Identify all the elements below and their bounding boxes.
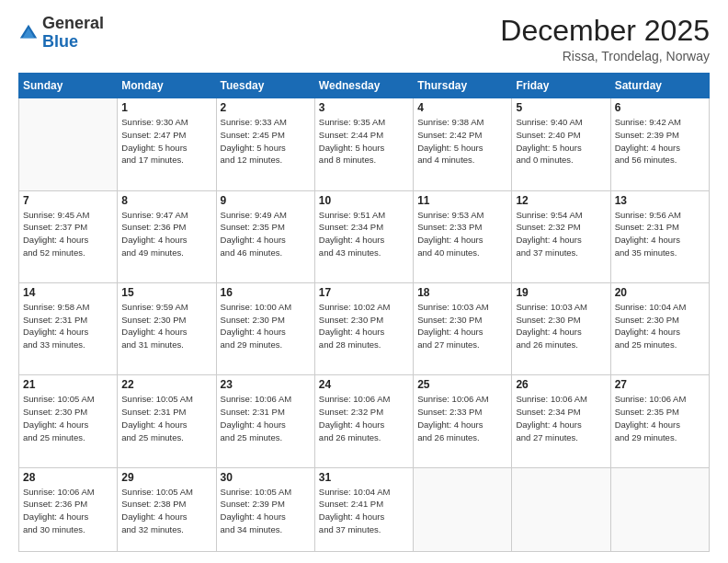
day-number: 2 xyxy=(221,101,311,114)
day-number: 4 xyxy=(417,101,507,114)
day-info: Sunrise: 10:04 AM Sunset: 2:30 PM Daylig… xyxy=(615,301,705,351)
day-info: Sunrise: 10:03 AM Sunset: 2:30 PM Daylig… xyxy=(417,301,507,351)
day-info: Sunrise: 10:05 AM Sunset: 2:38 PM Daylig… xyxy=(121,486,211,536)
day-info: Sunrise: 10:06 AM Sunset: 2:35 PM Daylig… xyxy=(615,393,705,443)
table-row: 18Sunrise: 10:03 AM Sunset: 2:30 PM Dayl… xyxy=(414,282,512,374)
day-number: 30 xyxy=(221,471,311,484)
day-number: 18 xyxy=(417,286,507,299)
day-number: 12 xyxy=(516,194,606,207)
day-info: Sunrise: 10:05 AM Sunset: 2:31 PM Daylig… xyxy=(121,393,211,443)
header-sunday: Sunday xyxy=(19,74,118,98)
day-info: Sunrise: 10:06 AM Sunset: 2:32 PM Daylig… xyxy=(319,393,409,443)
day-number: 16 xyxy=(221,286,311,299)
table-row: 16Sunrise: 10:00 AM Sunset: 2:30 PM Dayl… xyxy=(216,282,314,374)
table-row: 5Sunrise: 9:40 AM Sunset: 2:40 PM Daylig… xyxy=(512,98,610,190)
calendar-table: Sunday Monday Tuesday Wednesday Thursday… xyxy=(18,73,710,552)
day-number: 6 xyxy=(615,101,705,114)
header-saturday: Saturday xyxy=(610,74,709,98)
header-tuesday: Tuesday xyxy=(216,74,314,98)
day-info: Sunrise: 10:06 AM Sunset: 2:34 PM Daylig… xyxy=(516,393,606,443)
title-block: December 2025 Rissa, Trondelag, Norway xyxy=(500,15,710,63)
table-row: 4Sunrise: 9:38 AM Sunset: 2:42 PM Daylig… xyxy=(414,98,512,190)
table-row xyxy=(610,467,709,551)
day-info: Sunrise: 9:42 AM Sunset: 2:39 PM Dayligh… xyxy=(615,116,705,167)
day-number: 7 xyxy=(23,194,113,207)
table-row: 24Sunrise: 10:06 AM Sunset: 2:32 PM Dayl… xyxy=(314,375,413,467)
table-row: 11Sunrise: 9:53 AM Sunset: 2:33 PM Dayli… xyxy=(414,190,512,282)
day-number: 27 xyxy=(615,378,705,391)
day-info: Sunrise: 9:56 AM Sunset: 2:31 PM Dayligh… xyxy=(615,209,705,259)
table-row xyxy=(512,467,610,551)
day-info: Sunrise: 9:45 AM Sunset: 2:37 PM Dayligh… xyxy=(23,209,113,259)
table-row: 22Sunrise: 10:05 AM Sunset: 2:31 PM Dayl… xyxy=(118,375,216,467)
day-number: 9 xyxy=(221,194,311,207)
day-info: Sunrise: 10:04 AM Sunset: 2:41 PM Daylig… xyxy=(319,486,409,536)
table-row: 17Sunrise: 10:02 AM Sunset: 2:30 PM Dayl… xyxy=(314,282,413,374)
day-number: 13 xyxy=(615,194,705,207)
table-row: 26Sunrise: 10:06 AM Sunset: 2:34 PM Dayl… xyxy=(512,375,610,467)
table-row: 7Sunrise: 9:45 AM Sunset: 2:37 PM Daylig… xyxy=(19,190,118,282)
day-info: Sunrise: 10:02 AM Sunset: 2:30 PM Daylig… xyxy=(319,301,409,351)
table-row: 30Sunrise: 10:05 AM Sunset: 2:39 PM Dayl… xyxy=(216,467,314,551)
header-friday: Friday xyxy=(512,74,610,98)
header: General Blue December 2025 Rissa, Tronde… xyxy=(18,15,710,63)
month-title: December 2025 xyxy=(500,15,710,47)
day-number: 3 xyxy=(319,101,409,114)
table-row: 21Sunrise: 10:05 AM Sunset: 2:30 PM Dayl… xyxy=(19,375,118,467)
day-number: 21 xyxy=(23,378,113,391)
day-info: Sunrise: 9:35 AM Sunset: 2:44 PM Dayligh… xyxy=(319,116,409,167)
day-info: Sunrise: 9:30 AM Sunset: 2:47 PM Dayligh… xyxy=(121,116,211,167)
calendar-header-row: Sunday Monday Tuesday Wednesday Thursday… xyxy=(19,74,710,98)
day-number: 22 xyxy=(121,378,211,391)
day-number: 25 xyxy=(417,378,507,391)
day-number: 24 xyxy=(319,378,409,391)
day-number: 26 xyxy=(516,378,606,391)
table-row: 2Sunrise: 9:33 AM Sunset: 2:45 PM Daylig… xyxy=(216,98,314,190)
table-row: 6Sunrise: 9:42 AM Sunset: 2:39 PM Daylig… xyxy=(610,98,709,190)
day-number: 31 xyxy=(319,471,409,484)
day-info: Sunrise: 10:06 AM Sunset: 2:31 PM Daylig… xyxy=(221,393,311,443)
day-info: Sunrise: 9:49 AM Sunset: 2:35 PM Dayligh… xyxy=(221,209,311,259)
page: General Blue December 2025 Rissa, Tronde… xyxy=(0,0,728,563)
table-row: 27Sunrise: 10:06 AM Sunset: 2:35 PM Dayl… xyxy=(610,375,709,467)
day-number: 11 xyxy=(417,194,507,207)
day-info: Sunrise: 10:05 AM Sunset: 2:30 PM Daylig… xyxy=(23,393,113,443)
day-number: 5 xyxy=(516,101,606,114)
day-number: 28 xyxy=(23,471,113,484)
table-row: 12Sunrise: 9:54 AM Sunset: 2:32 PM Dayli… xyxy=(512,190,610,282)
day-number: 19 xyxy=(516,286,606,299)
day-info: Sunrise: 10:05 AM Sunset: 2:39 PM Daylig… xyxy=(221,486,311,536)
table-row: 3Sunrise: 9:35 AM Sunset: 2:44 PM Daylig… xyxy=(314,98,413,190)
table-row: 31Sunrise: 10:04 AM Sunset: 2:41 PM Dayl… xyxy=(314,467,413,551)
day-info: Sunrise: 10:03 AM Sunset: 2:30 PM Daylig… xyxy=(516,301,606,351)
logo-general: General xyxy=(42,14,104,32)
day-info: Sunrise: 9:58 AM Sunset: 2:31 PM Dayligh… xyxy=(23,301,113,351)
table-row: 28Sunrise: 10:06 AM Sunset: 2:36 PM Dayl… xyxy=(19,467,118,551)
day-number: 14 xyxy=(23,286,113,299)
day-info: Sunrise: 9:38 AM Sunset: 2:42 PM Dayligh… xyxy=(417,116,507,167)
logo-icon xyxy=(18,23,39,43)
table-row: 23Sunrise: 10:06 AM Sunset: 2:31 PM Dayl… xyxy=(216,375,314,467)
table-row: 1Sunrise: 9:30 AM Sunset: 2:47 PM Daylig… xyxy=(118,98,216,190)
day-number: 29 xyxy=(121,471,211,484)
day-info: Sunrise: 9:33 AM Sunset: 2:45 PM Dayligh… xyxy=(221,116,311,167)
day-number: 8 xyxy=(121,194,211,207)
table-row: 10Sunrise: 9:51 AM Sunset: 2:34 PM Dayli… xyxy=(314,190,413,282)
table-row: 25Sunrise: 10:06 AM Sunset: 2:33 PM Dayl… xyxy=(414,375,512,467)
day-info: Sunrise: 10:00 AM Sunset: 2:30 PM Daylig… xyxy=(221,301,311,351)
day-number: 17 xyxy=(319,286,409,299)
logo: General Blue xyxy=(18,15,104,52)
location-subtitle: Rissa, Trondelag, Norway xyxy=(500,49,710,63)
day-number: 23 xyxy=(221,378,311,391)
day-info: Sunrise: 9:40 AM Sunset: 2:40 PM Dayligh… xyxy=(516,116,606,167)
logo-text: General Blue xyxy=(42,15,104,52)
header-wednesday: Wednesday xyxy=(314,74,413,98)
table-row: 9Sunrise: 9:49 AM Sunset: 2:35 PM Daylig… xyxy=(216,190,314,282)
table-row xyxy=(19,98,118,190)
day-info: Sunrise: 10:06 AM Sunset: 2:36 PM Daylig… xyxy=(23,486,113,536)
logo-blue: Blue xyxy=(42,32,78,51)
day-number: 20 xyxy=(615,286,705,299)
day-info: Sunrise: 9:53 AM Sunset: 2:33 PM Dayligh… xyxy=(417,209,507,259)
table-row: 14Sunrise: 9:58 AM Sunset: 2:31 PM Dayli… xyxy=(19,282,118,374)
table-row xyxy=(414,467,512,551)
